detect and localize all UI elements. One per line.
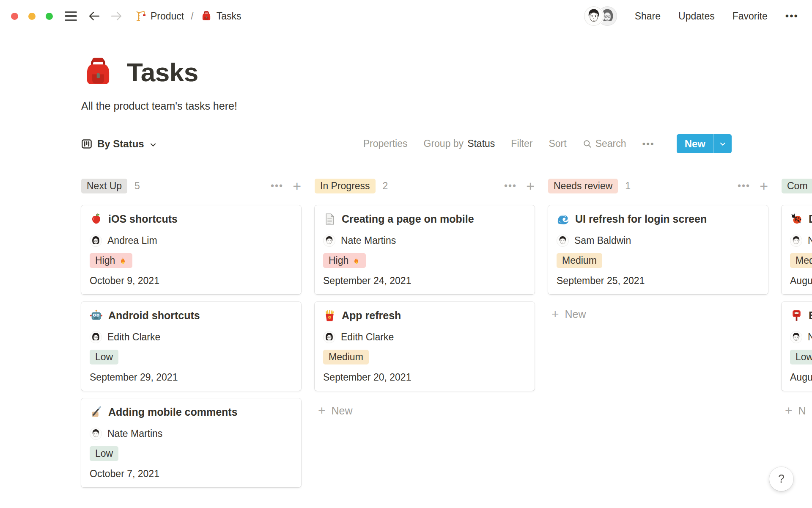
task-card[interactable]: UI refresh for login screen Sam Baldwin … [548, 205, 768, 294]
breadcrumb-separator: / [189, 11, 195, 22]
new-dropdown-button[interactable] [714, 134, 732, 153]
column-label[interactable]: Needs review [548, 179, 618, 193]
topbar: Product / Tasks Share Updates Favorite •… [0, 0, 812, 32]
card-icon [790, 309, 803, 322]
column-more-icon[interactable]: ••• [504, 180, 517, 192]
card-assignee: N [790, 331, 812, 343]
close-window-button[interactable] [11, 13, 18, 20]
column-more-icon[interactable]: ••• [271, 180, 283, 192]
new-button-label[interactable]: New [677, 134, 713, 153]
task-card[interactable]: E N Low Augu [782, 302, 812, 391]
column-add-icon[interactable]: + [293, 179, 301, 193]
new-button[interactable]: New [677, 134, 732, 153]
task-card[interactable]: App refresh Edith Clarke Medium Septembe… [315, 302, 535, 391]
card-due-date: September 29, 2021 [90, 372, 293, 383]
card-assignee: Nate Martins [90, 428, 293, 440]
view-switcher[interactable]: By Status [81, 138, 157, 150]
priority-label: Med [796, 255, 812, 266]
assignee-name: Nate Martins [107, 428, 162, 439]
plus-icon: + [318, 404, 326, 417]
zoom-window-button[interactable] [46, 13, 53, 20]
card-title: App refresh [342, 309, 401, 322]
task-card[interactable]: iOS shortcuts Andrea Lim High October 9,… [81, 205, 301, 294]
card-assignee: N [790, 235, 812, 247]
card-assignee: Nate Martins [323, 235, 526, 247]
card-title: Creating a page on mobile [342, 213, 474, 225]
more-options-icon[interactable]: ••• [785, 10, 798, 22]
priority-badge: High [90, 253, 132, 268]
column-header: Com ••• + [782, 177, 812, 194]
add-card-button[interactable]: + New [548, 305, 768, 323]
breadcrumb-item-tasks[interactable]: Tasks [200, 10, 241, 22]
assignee-avatar [790, 331, 802, 343]
view-toolbar: By Status Properties Group by Status Fil… [81, 134, 812, 161]
help-button[interactable]: ? [769, 467, 793, 491]
updates-button[interactable]: Updates [678, 11, 715, 22]
assignee-avatar [557, 235, 569, 247]
column-label[interactable]: In Progress [315, 179, 376, 193]
search-button[interactable]: Search [583, 138, 626, 149]
view-more-options-icon[interactable]: ••• [642, 138, 655, 149]
card-due-date: Augu [790, 372, 812, 383]
column-header: Next Up 5 ••• + [81, 177, 301, 194]
card-icon [90, 213, 103, 226]
column-add-icon[interactable]: + [760, 179, 768, 193]
plus-icon: + [785, 404, 793, 417]
card-icon [90, 406, 103, 419]
card-due-date: September 25, 2021 [557, 275, 760, 287]
card-due-date: October 7, 2021 [90, 468, 293, 480]
page-backpack-icon[interactable] [81, 55, 115, 89]
column-add-icon[interactable]: + [526, 179, 535, 193]
share-button[interactable]: Share [635, 11, 661, 22]
column-more-icon[interactable]: ••• [738, 180, 750, 192]
task-card[interactable]: Adding mobile comments Nate Martins Low … [81, 398, 301, 487]
board-column: In Progress 2 ••• + Creating a page on m… [315, 177, 535, 487]
filter-button[interactable]: Filter [511, 138, 532, 149]
breadcrumb-item-product[interactable]: Product [134, 10, 184, 22]
priority-label: Low [95, 448, 113, 459]
page-title[interactable]: Tasks [127, 57, 198, 87]
add-card-button[interactable]: + N [782, 402, 812, 420]
add-card-label: New [332, 405, 353, 417]
sort-button[interactable]: Sort [549, 138, 566, 149]
column-label[interactable]: Next Up [81, 179, 127, 193]
properties-button[interactable]: Properties [363, 138, 408, 149]
favorite-button[interactable]: Favorite [732, 11, 768, 22]
card-title: iOS shortcuts [108, 213, 178, 225]
card-icon [90, 309, 103, 322]
assignee-avatar [323, 331, 335, 343]
card-due-date: September 24, 2021 [323, 275, 526, 287]
chevron-down-icon [719, 140, 727, 148]
window-controls [11, 13, 53, 20]
task-card[interactable]: Creating a page on mobile Nate Martins H… [315, 205, 535, 294]
minimize-window-button[interactable] [28, 13, 36, 20]
priority-badge: Medium [323, 350, 369, 364]
column-cards: D N Med Augu E N Low Augu [782, 205, 812, 391]
priority-label: Low [95, 351, 113, 363]
board-column: Next Up 5 ••• + iOS shortcuts Andrea Lim… [81, 177, 301, 487]
backpack-icon [200, 10, 212, 22]
topbar-actions: Share Updates Favorite ••• [584, 6, 798, 26]
task-card[interactable]: Android shortcuts Edith Clarke Low Septe… [81, 302, 301, 391]
card-due-date: Augu [790, 275, 812, 287]
group-by-button[interactable]: Group by Status [424, 138, 495, 149]
board: Next Up 5 ••• + iOS shortcuts Andrea Lim… [0, 177, 812, 487]
breadcrumb: Product / Tasks [134, 10, 241, 22]
priority-label: High [329, 255, 348, 266]
priority-label: Low [796, 351, 812, 363]
column-label[interactable]: Com [782, 179, 812, 193]
assignee-name: Andrea Lim [107, 235, 157, 246]
column-count: 2 [383, 180, 388, 192]
back-arrow-icon[interactable] [88, 10, 101, 22]
collaborator-avatars[interactable] [584, 6, 617, 26]
card-icon [790, 213, 803, 226]
task-card[interactable]: D N Med Augu [782, 205, 812, 294]
column-header: In Progress 2 ••• + [315, 177, 535, 194]
column-count: 5 [134, 180, 140, 192]
sidebar-menu-icon[interactable] [65, 11, 77, 21]
breadcrumb-label: Product [151, 11, 184, 22]
forward-arrow-icon[interactable] [110, 10, 123, 22]
priority-label: Medium [329, 351, 363, 363]
page-description[interactable]: All the product team's tasks here! [81, 100, 812, 112]
add-card-button[interactable]: + New [315, 402, 535, 420]
